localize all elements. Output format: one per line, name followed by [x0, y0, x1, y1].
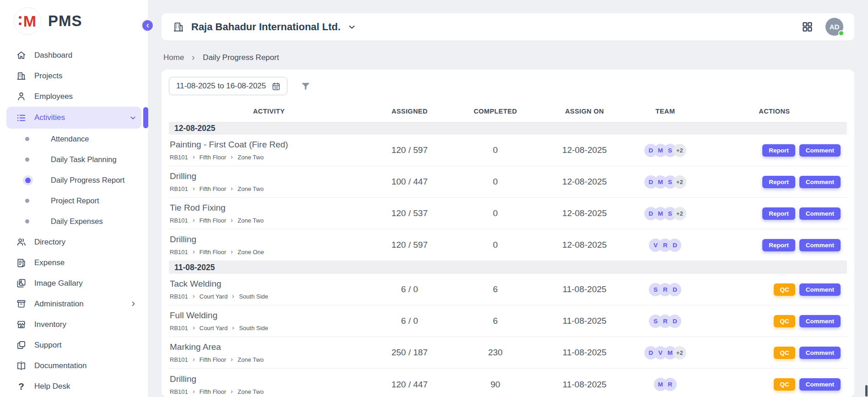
- sidebar-subitem-daily-expenses[interactable]: Daily Expenses: [6, 211, 141, 232]
- report-button[interactable]: Report: [762, 144, 795, 157]
- calendar-icon: [271, 82, 281, 91]
- activity-location-path: RB101 Court Yard South Side: [170, 293, 369, 300]
- sidebar-item-inventory[interactable]: Inventory: [6, 314, 141, 335]
- sidebar-item-help-desk[interactable]: ? Help Desk: [6, 376, 141, 397]
- assign-on-value: 12-08-2025: [540, 208, 629, 218]
- comment-button[interactable]: Comment: [799, 378, 841, 391]
- team-more-badge[interactable]: +2: [673, 144, 686, 157]
- team-member-avatar[interactable]: D: [668, 239, 681, 252]
- team-member-avatar[interactable]: R: [663, 378, 677, 391]
- assigned-value: 100 / 447: [369, 177, 450, 187]
- column-header-actions: ACTIONS: [702, 108, 847, 115]
- comment-button[interactable]: Comment: [799, 144, 841, 157]
- assign-on-value: 11-08-2025: [540, 284, 629, 294]
- sidebar-subitem-project-report[interactable]: Project Report: [6, 190, 141, 211]
- image-icon: [16, 278, 27, 288]
- sidebar: M PMS Dashboard Projects Employees Activ…: [0, 0, 148, 397]
- sidebar-collapse-button[interactable]: [141, 19, 154, 32]
- sidebar-item-expense[interactable]: Expense: [6, 252, 141, 273]
- activity-title: Tie Rod Fixing: [170, 203, 369, 213]
- avatar-initials: AD: [830, 23, 840, 31]
- sidebar-subitem-label: Project Report: [51, 196, 99, 205]
- date-group-header: 11-08-2025: [169, 261, 847, 274]
- completed-value: 6: [450, 316, 540, 326]
- scrollbar-thumb[interactable]: [865, 385, 868, 397]
- date-range-input[interactable]: 11-08-2025 to 16-08-2025: [169, 77, 287, 95]
- sidebar-item-image-gallery[interactable]: Image Gallary: [6, 273, 141, 294]
- team-avatars: D M S +2: [629, 175, 702, 189]
- qc-button[interactable]: QC: [774, 378, 795, 391]
- chevron-down-icon: [347, 22, 356, 32]
- breadcrumb-home[interactable]: Home: [163, 53, 184, 62]
- chevron-right-icon: [230, 155, 234, 159]
- sidebar-subitem-daily-progress-report[interactable]: Daily Progress Report: [6, 170, 141, 190]
- sidebar-item-activities[interactable]: Activities: [6, 107, 141, 129]
- table-row: Painting - First Coat (Fire Red) RB101 F…: [169, 135, 847, 166]
- sidebar-item-administration[interactable]: Administration: [6, 294, 141, 314]
- sidebar-subitem-attendance[interactable]: Attendance: [6, 129, 141, 149]
- comment-button[interactable]: Comment: [799, 176, 841, 188]
- chevron-right-icon: [230, 218, 234, 223]
- filter-toolbar: 11-08-2025 to 16-08-2025: [169, 77, 847, 95]
- sidebar-item-directory[interactable]: Directory: [6, 232, 141, 252]
- sidebar-item-employees[interactable]: Employees: [6, 86, 141, 107]
- column-header-assigned: ASSIGNED: [369, 108, 450, 115]
- qc-button[interactable]: QC: [774, 315, 795, 327]
- sidebar-item-label: Employees: [34, 92, 73, 101]
- chevron-right-icon: [192, 155, 196, 159]
- team-member-avatar[interactable]: D: [668, 315, 681, 328]
- table-row: Tack Welding RB101 Court Yard South Side…: [169, 274, 847, 305]
- chevron-right-icon: [230, 187, 234, 191]
- report-button[interactable]: Report: [762, 207, 795, 220]
- comment-button[interactable]: Comment: [799, 239, 841, 251]
- activity-title: Tack Welding: [170, 279, 369, 289]
- comment-button[interactable]: Comment: [799, 283, 841, 296]
- qc-button[interactable]: QC: [774, 283, 795, 296]
- company-selector[interactable]: Raja Bahadur International Ltd.: [173, 21, 356, 33]
- activity-location-path: RB101 Fifth Floor Zone Two: [170, 154, 369, 161]
- bullet-icon: [25, 199, 29, 203]
- list-icon: [16, 113, 27, 123]
- chevron-right-icon: [192, 218, 196, 223]
- sidebar-item-label: Documentation: [34, 361, 86, 370]
- activity-location-path: RB101 Fifth Floor Zone Two: [170, 217, 369, 224]
- sidebar-item-projects[interactable]: Projects: [6, 65, 141, 86]
- team-more-badge[interactable]: +2: [673, 346, 686, 359]
- sidebar-item-dashboard[interactable]: Dashboard: [6, 45, 141, 65]
- sidebar-item-documentation[interactable]: Documentation: [6, 355, 141, 376]
- activity-location-path: RB101 Fifth Floor Zone One: [170, 249, 369, 256]
- comment-button[interactable]: Comment: [799, 315, 841, 327]
- activity-title: Marking Area: [170, 342, 369, 352]
- book-icon: [16, 360, 27, 371]
- assign-on-value: 12-08-2025: [540, 240, 629, 250]
- people-icon: [16, 237, 27, 247]
- user-avatar[interactable]: AD: [825, 18, 843, 36]
- assign-on-value: 11-08-2025: [540, 380, 629, 390]
- sidebar-subitem-label: Daily Expenses: [51, 217, 103, 226]
- copy-icon: [16, 340, 27, 350]
- qc-button[interactable]: QC: [774, 347, 795, 359]
- team-avatars: S R D: [629, 283, 702, 296]
- sidebar-subitem-daily-task-planning[interactable]: Daily Task Planning: [6, 149, 141, 170]
- sidebar-subitem-label: Daily Progress Report: [51, 176, 124, 185]
- store-icon: [16, 319, 27, 330]
- sidebar-item-label: Inventory: [34, 320, 66, 329]
- team-avatars: S R D: [629, 315, 702, 328]
- sidebar-item-support[interactable]: Support: [6, 335, 141, 355]
- completed-value: 0: [450, 177, 540, 187]
- apps-grid-icon[interactable]: [801, 21, 814, 33]
- comment-button[interactable]: Comment: [799, 207, 841, 220]
- comment-button[interactable]: Comment: [799, 347, 841, 359]
- team-more-badge[interactable]: +2: [673, 175, 686, 189]
- table-header-row: ACTIVITY ASSIGNED COMPLETED ASSIGN ON TE…: [169, 101, 847, 122]
- filter-funnel-icon[interactable]: [300, 81, 311, 92]
- chevron-right-icon: [231, 326, 235, 330]
- team-more-badge[interactable]: +2: [673, 207, 686, 220]
- team-member-avatar[interactable]: D: [668, 283, 681, 296]
- chevron-right-icon: [230, 390, 234, 394]
- sidebar-item-label: Administration: [34, 299, 84, 309]
- activity-location-path: RB101 Fifth Floor Zone Two: [170, 185, 369, 192]
- report-button[interactable]: Report: [762, 239, 795, 251]
- report-button[interactable]: Report: [762, 176, 795, 188]
- table-row: Drilling RB101 Fifth Floor Zone Two 100 …: [169, 166, 847, 198]
